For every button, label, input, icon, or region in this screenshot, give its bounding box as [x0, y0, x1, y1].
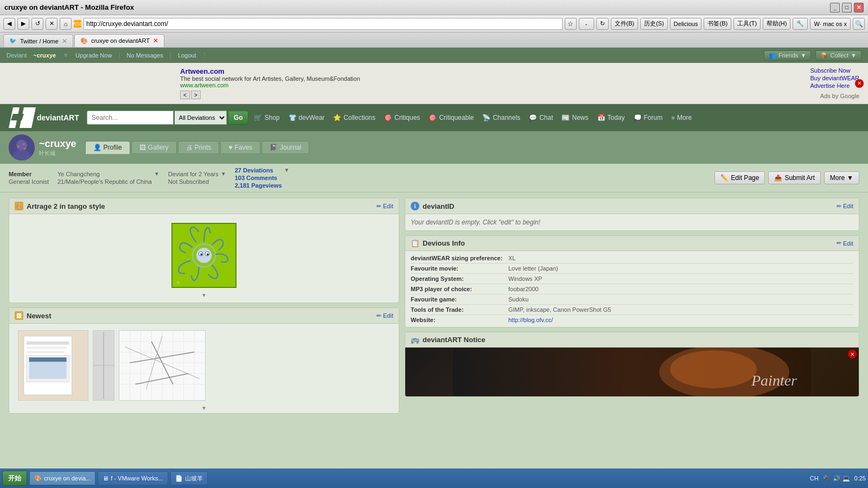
- taskbar-right: CH 🔌 🔊 💻 0:25: [810, 475, 866, 482]
- tab-deviantart[interactable]: 🎨 cruxye on deviantART ✕: [74, 34, 164, 47]
- tab-deviantart-close[interactable]: ✕: [153, 37, 158, 44]
- bookmark-star[interactable]: ☆: [565, 18, 577, 30]
- ad-next-btn[interactable]: >: [191, 91, 201, 99]
- upgrade-now-link[interactable]: Upgrade Now: [75, 52, 112, 59]
- logout-link[interactable]: Logout: [178, 52, 196, 59]
- da-main-nav: deviantART All Deviations Go 🛒 Shop 👕 de…: [0, 104, 868, 131]
- search-icon[interactable]: 🔍: [853, 18, 865, 30]
- ad-description: The best social network for Art Artistes…: [180, 75, 560, 82]
- tab-gallery[interactable]: 🖼 Gallery: [131, 141, 177, 154]
- submit-art-button[interactable]: 📤 Submit Art: [768, 171, 820, 184]
- collect-button[interactable]: 📦 Collect ▼: [815, 50, 861, 61]
- taskbar-vmware[interactable]: 🖥 f - VMware Works...: [98, 471, 168, 485]
- zoom-button[interactable]: -: [579, 18, 594, 30]
- thumbnail-2[interactable]: [93, 330, 114, 401]
- search-category-select[interactable]: All Deviations: [175, 111, 227, 125]
- newest-collapse[interactable]: ▼: [14, 405, 394, 411]
- refresh-btn[interactable]: ↻: [596, 18, 609, 30]
- ad-site[interactable]: Artween.com: [180, 67, 560, 75]
- subscribe-now-link[interactable]: Subscribe Now: [810, 67, 859, 74]
- newest-title: 🖼 Newest: [15, 311, 52, 320]
- search-go-button[interactable]: Go: [228, 111, 249, 125]
- more-dropdown-icon: ▼: [847, 174, 853, 182]
- artrage-edit-button[interactable]: ✏ Edit: [376, 203, 393, 210]
- deviations-stat[interactable]: 27 Deviations: [235, 167, 282, 174]
- devwear-icon: 👕: [289, 114, 297, 121]
- nav-critiqueable[interactable]: 🎯 Critiqueable: [425, 114, 477, 121]
- action-buttons: ✏️ Edit Page 📤 Submit Art More ▼: [714, 171, 859, 184]
- start-button[interactable]: 开始: [2, 471, 27, 486]
- subscription-status: Not Subscribed: [168, 178, 219, 185]
- nav-forum[interactable]: 💭 Forum: [630, 114, 666, 121]
- nav-channels[interactable]: 📡 Channels: [479, 114, 524, 121]
- ad-close-button[interactable]: ✕: [855, 79, 864, 88]
- artrage-title: 🎨 Artrage 2 in tango style: [15, 202, 105, 210]
- deviantid-edit-button[interactable]: ✏ Edit: [837, 203, 853, 210]
- addon-btn[interactable]: 🔧: [793, 18, 808, 30]
- info-val-3: foobar2000: [508, 286, 539, 292]
- search-input[interactable]: [87, 111, 174, 125]
- maximize-button[interactable]: □: [842, 3, 852, 12]
- artrage-edit-icon: ✏: [376, 203, 381, 210]
- help-menu[interactable]: 帮助(H): [763, 18, 790, 30]
- minimize-button[interactable]: _: [830, 3, 840, 12]
- tools-menu[interactable]: 工具(T): [733, 18, 761, 30]
- nav-chat[interactable]: 💬 Chat: [526, 114, 556, 121]
- taskbar-shanpoyang-label: 山坡羊: [185, 474, 203, 483]
- newest-edit-button[interactable]: ✏ Edit: [376, 312, 393, 319]
- nav-shop[interactable]: 🛒 Shop: [251, 114, 283, 121]
- forward-button[interactable]: ▶: [17, 18, 29, 30]
- taskbar-deviantart[interactable]: 🎨 cruxye on devia...: [29, 471, 95, 485]
- stats-dropdown[interactable]: ▼: [284, 167, 290, 173]
- artwork-image[interactable]: ©: [171, 223, 237, 288]
- nav-news[interactable]: 📰 News: [558, 114, 591, 121]
- pageviews-stat[interactable]: 2,181 Pageviews: [235, 182, 282, 189]
- devious-info-edit-button[interactable]: ✏ Edit: [837, 240, 853, 247]
- demographics-dropdown[interactable]: ▼: [154, 171, 159, 177]
- address-bar[interactable]: [84, 18, 563, 30]
- history-menu[interactable]: 历史(S): [640, 18, 668, 30]
- no-messages-link[interactable]: No Messages: [126, 52, 163, 59]
- file-menu[interactable]: 文件(B): [611, 18, 639, 30]
- thumbnail-3[interactable]: [119, 330, 206, 401]
- more-actions-button[interactable]: More ▼: [824, 171, 859, 184]
- shop-icon: 🛒: [254, 114, 262, 121]
- faves-tab-icon: ♥: [228, 144, 232, 151]
- reload-button[interactable]: ↺: [31, 18, 43, 30]
- nav-more[interactable]: » More: [668, 114, 695, 121]
- ad-prev-btn[interactable]: <: [180, 91, 190, 99]
- toolbar-username[interactable]: ~cruxye: [33, 52, 56, 59]
- edit-page-button[interactable]: ✏️ Edit Page: [714, 171, 765, 184]
- artrage-header: 🎨 Artrage 2 in tango style ✏ Edit: [9, 198, 399, 214]
- friends-button[interactable]: 👥 Friends ▼: [764, 50, 812, 61]
- tab-deviantart-label: cruxye on deviantART: [91, 37, 150, 44]
- wiki-search[interactable]: W· mac os x: [810, 18, 851, 30]
- nav-devwear[interactable]: 👕 devWear: [285, 114, 328, 121]
- tab-faves[interactable]: ♥ Faves: [220, 141, 260, 154]
- close-button[interactable]: ✕: [854, 3, 864, 12]
- nav-today[interactable]: 📅 Today: [594, 114, 628, 121]
- da-logo[interactable]: deviantART: [9, 107, 79, 128]
- home-button[interactable]: ⌂: [60, 18, 72, 30]
- notice-close-button[interactable]: ✕: [848, 350, 857, 358]
- bookmarks-menu[interactable]: 书签(B): [704, 18, 731, 30]
- tab-prints[interactable]: 🖨 Prints: [178, 141, 220, 154]
- tab-twitter[interactable]: 🐦 Twitter / Home ✕: [3, 34, 73, 47]
- taskbar-shanpoyang[interactable]: 📄 山坡羊: [170, 471, 208, 485]
- nav-critiques[interactable]: 🎯 Critiques: [381, 114, 423, 121]
- artrage-collapse[interactable]: ▼: [15, 292, 393, 298]
- years-dropdown[interactable]: ▼: [221, 171, 226, 177]
- devwear-label: devWear: [299, 114, 325, 121]
- tab-journal[interactable]: 📓 Journal: [261, 141, 309, 154]
- info-val-6[interactable]: http://blog.ofv.cc/: [508, 317, 553, 323]
- tab-profile[interactable]: 👤 Profile: [85, 141, 130, 154]
- buy-deviantwear-link[interactable]: Buy deviantWEAR: [810, 75, 859, 81]
- thumbnail-1[interactable]: [18, 330, 88, 401]
- back-button[interactable]: ◀: [3, 18, 15, 30]
- comments-stat[interactable]: 103 Comments: [235, 175, 282, 181]
- tab-twitter-close[interactable]: ✕: [62, 37, 67, 45]
- advertise-here-link[interactable]: Advertise Here: [810, 82, 859, 89]
- delicious-menu[interactable]: Delicious: [670, 18, 702, 30]
- stop-button[interactable]: ✕: [46, 18, 58, 30]
- nav-collections[interactable]: ⭐ Collections: [330, 114, 379, 121]
